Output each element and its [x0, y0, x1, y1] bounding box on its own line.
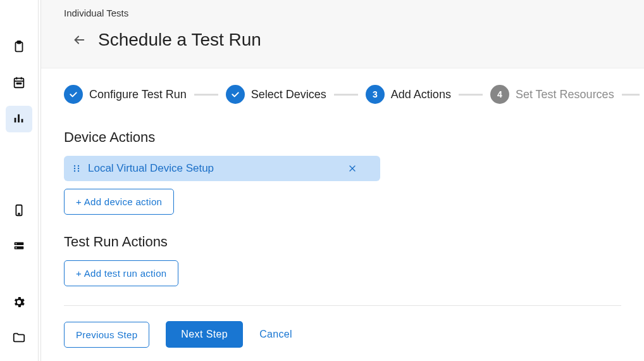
step-label: Configure Test Run — [89, 88, 187, 101]
svg-point-21 — [74, 168, 75, 169]
svg-point-7 — [18, 83, 20, 84]
folder-icon — [12, 331, 26, 347]
step-label: Add Actions — [391, 88, 451, 101]
step-number-badge: 3 — [366, 85, 385, 104]
svg-point-8 — [20, 83, 22, 84]
check-icon — [226, 85, 245, 104]
step-configure-test-run[interactable]: Configure Test Run — [64, 85, 187, 104]
nav-folder[interactable] — [6, 326, 32, 352]
previous-step-button[interactable]: Previous Step — [64, 322, 149, 348]
svg-point-20 — [78, 165, 79, 167]
step-select-devices[interactable]: Select Devices — [226, 85, 326, 104]
storage-icon — [12, 239, 26, 255]
svg-rect-1 — [17, 41, 21, 44]
svg-point-6 — [16, 83, 18, 84]
page-title: Schedule a Test Run — [98, 30, 261, 50]
svg-rect-9 — [15, 118, 16, 122]
step-number-badge: 4 — [490, 85, 509, 104]
device-action-chip-label: Local Virtual Device Setup — [88, 162, 214, 175]
footer-divider — [64, 305, 621, 306]
step-connector — [194, 94, 218, 96]
section-title: Device Actions — [64, 129, 621, 146]
step-label: Select Devices — [251, 88, 326, 101]
step-connector — [459, 94, 483, 96]
gear-icon — [12, 295, 26, 312]
nav-calendar[interactable] — [6, 70, 32, 97]
drag-handle-icon[interactable] — [73, 165, 80, 172]
device-actions-section: Device Actions Local Virtual Device Setu… — [64, 129, 621, 215]
mobile-icon — [12, 203, 26, 220]
step-label: Set Test Resources — [516, 88, 614, 101]
nav-device[interactable] — [6, 198, 32, 225]
bar-chart-icon — [12, 111, 26, 127]
cancel-button[interactable]: Cancel — [259, 329, 292, 340]
nav-storage[interactable] — [6, 234, 32, 260]
step-add-actions[interactable]: 3 Add Actions — [366, 85, 451, 104]
content-area: Configure Test Run Select Devices 3 Add … — [41, 68, 644, 361]
device-action-chip[interactable]: Local Virtual Device Setup — [64, 156, 380, 181]
section-title: Test Run Actions — [64, 234, 621, 250]
nav-clipboard[interactable] — [6, 35, 32, 61]
svg-point-22 — [78, 168, 79, 169]
add-test-run-action-button[interactable]: + Add test run action — [64, 260, 178, 286]
next-step-button[interactable]: Next Step — [166, 321, 243, 348]
header-zone: Individual Tests Schedule a Test Run — [41, 0, 644, 68]
breadcrumb[interactable]: Individual Tests — [64, 8, 128, 18]
close-icon[interactable] — [347, 163, 357, 174]
nav-settings[interactable] — [6, 290, 32, 317]
svg-rect-10 — [18, 115, 20, 123]
svg-point-13 — [18, 213, 20, 215]
stepper: Configure Test Run Select Devices 3 Add … — [64, 85, 621, 104]
svg-point-19 — [74, 165, 75, 167]
svg-point-23 — [74, 170, 75, 172]
check-icon — [64, 85, 83, 104]
svg-point-24 — [78, 170, 79, 172]
step-connector — [622, 94, 640, 96]
calendar-icon — [12, 75, 26, 92]
clipboard-icon — [12, 40, 26, 56]
step-set-test-resources[interactable]: 4 Set Test Resources — [490, 85, 614, 104]
test-run-actions-section: Test Run Actions + Add test run action — [64, 234, 621, 286]
nav-analytics[interactable] — [6, 106, 32, 132]
svg-point-17 — [16, 247, 17, 248]
add-device-action-button[interactable]: + Add device action — [64, 189, 174, 215]
step-connector — [334, 94, 358, 96]
svg-point-16 — [16, 243, 17, 244]
main-area: Individual Tests Schedule a Test Run Con… — [41, 0, 644, 361]
back-arrow-icon[interactable] — [71, 32, 87, 48]
svg-rect-11 — [22, 119, 23, 123]
footer-buttons: Previous Step Next Step Cancel — [64, 321, 621, 348]
side-nav — [0, 0, 38, 361]
